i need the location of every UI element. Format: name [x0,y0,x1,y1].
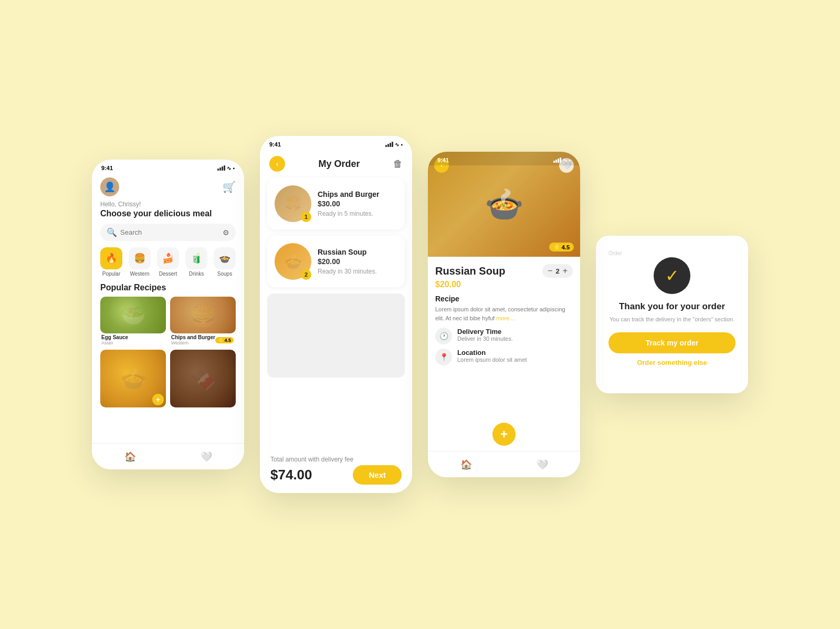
recipe-card-egg-sauce[interactable]: 🥗 Egg Sauce Asian [100,297,166,345]
cat-icon-soups: 🍲 [214,247,236,269]
add-btn-soup[interactable]: + [152,394,164,405]
location-sub: Lorem ipsum dolor sit amet [457,357,527,363]
location-title: Location [457,349,527,357]
order-img-soup: 🍲 2 [275,243,311,280]
order-item-soup[interactable]: 🍲 2 Russian Soup $20.00 Ready in 30 minu… [267,236,405,287]
section-title-popular: Popular Recipes [100,283,236,292]
recipe-description: Lorem ipsum dolor sit amet, consectetur … [435,305,573,322]
delivery-sub: Deliver in 30 minutes. [457,336,513,342]
order-name-soup: Russian Soup [318,248,397,256]
order-time-burger: Ready in 5 minutes. [318,210,397,217]
detail-title-row: Russian Soup − 2 + [435,264,573,278]
qty-plus[interactable]: + [563,266,568,276]
cat-label-soups: Soups [217,271,232,277]
order-else-button[interactable]: Order something else [637,359,707,366]
nav-heart-icon[interactable]: 🤍 [201,451,212,463]
greeting: Hello, Chrissy! [100,201,236,208]
search-bar[interactable]: 🔍 ⚙ [100,224,236,241]
cat-label-dessert: Dessert [159,271,177,277]
cat-label-drinks: Drinks [189,271,204,277]
cat-soups[interactable]: 🍲 Soups [214,247,236,277]
order-num-1: 1 [301,212,311,222]
recipe-img-salad: 🥗 [100,297,166,333]
nav-home-icon[interactable]: 🏠 [124,451,136,463]
detail-price: $20.00 [435,280,573,289]
qty-control[interactable]: − 2 + [542,264,573,278]
screen-home: 9:41 ∿ ▪ 👤 🛒 Hello, Chrissy! Choose your… [92,160,244,469]
qty-value: 2 [555,267,559,275]
order-info-burger: Chips and Burger $30.00 Ready in 5 minut… [318,190,397,217]
track-order-button[interactable]: Track my order [608,332,736,353]
cat-popular[interactable]: 🔥 Popular [100,247,122,277]
order-price-soup: $20.00 [318,257,397,266]
status-bar-1: 9:41 ∿ ▪ [92,160,244,173]
order-empty-area [267,293,405,378]
cat-dessert[interactable]: 🍰 Dessert [157,247,179,277]
tagline: Choose your delicious meal [100,209,236,218]
recipe-card-soup[interactable]: 🍲 + [100,350,166,407]
categories: 🔥 Popular 🍔 Western 🍰 Dessert 🧃 Drinks 🍲 [100,247,236,277]
home-header: 👤 🛒 [100,177,236,196]
thanks-title: Thank you for your order [619,301,725,312]
cart-icon[interactable]: 🛒 [223,181,236,193]
order-item-burger[interactable]: 🍔 1 Chips and Burger $30.00 Ready in 5 m… [267,178,405,229]
soup-hero-image: 🍲 ‹ 🤍 ⭐ 4.5 9:41 ∿ ▪ [428,152,580,257]
time-1: 9:41 [101,165,113,171]
cat-drinks[interactable]: 🧃 Drinks [185,247,207,277]
screen-my-order: 9:41 ∿ ▪ ‹ My Order 🗑 🍔 1 Chips and Burg… [260,136,412,493]
cat-western[interactable]: 🍔 Western [129,247,151,277]
order-num-2: 2 [301,269,311,280]
next-button[interactable]: Next [353,465,402,485]
time-3: 9:41 [437,157,449,163]
order-header: ‹ My Order 🗑 [260,150,412,178]
search-input[interactable] [120,228,219,236]
nav-home-icon-3[interactable]: 🏠 [460,459,472,470]
cat-icon-drinks: 🧃 [185,247,207,269]
recipe-img-dessert: 🍫 [170,350,236,407]
order-label: Order [608,250,622,256]
delivery-title: Delivery Time [457,328,513,336]
rating-badge-detail: ⭐ 4.5 [549,243,574,251]
recipe-name-0: Egg Sauce [100,334,166,340]
order-time-soup: Ready in 30 minutes. [318,268,397,275]
clock-icon: 🕐 [435,328,452,344]
delivery-time-row: 🕐 Delivery Time Deliver in 30 minutes. [435,328,573,344]
recipe-img-burger: 🍔 [170,297,236,333]
bottom-nav-3: 🏠 🤍 [428,451,580,477]
total-label: Total amount with delivery fee [270,456,402,463]
order-info-soup: Russian Soup $20.00 Ready in 30 minutes. [318,248,397,275]
recipe-card-burger[interactable]: 🍔 ⭐ 4.5 Chips and Burger Western [170,297,236,345]
thanks-subtitle: You can track the delivery in the "order… [610,315,735,324]
check-circle: ✓ [654,257,690,294]
check-icon: ✓ [665,266,679,286]
qty-minus[interactable]: − [548,266,552,276]
order-bottom: Total amount with delivery fee $74.00 Ne… [260,447,412,493]
status-bar-3: 9:41 ∿ ▪ [428,152,580,165]
search-icon: 🔍 [107,227,117,237]
status-icons-2: ∿ ▪ [385,141,403,148]
order-img-burger: 🍔 1 [275,185,311,222]
bottom-nav-1: 🏠 🤍 [92,443,244,469]
screen-soup-detail: 🍲 ‹ 🤍 ⭐ 4.5 9:41 ∿ ▪ Russian Soup − 2 + [428,152,580,477]
recipes-grid: 🥗 Egg Sauce Asian 🍔 ⭐ 4.5 Chips and Burg… [100,297,236,407]
recipe-sub-0: Asian [100,340,166,345]
filter-icon[interactable]: ⚙ [223,228,229,237]
location-row: 📍 Location Lorem ipsum dolor sit amet [435,349,573,365]
avatar[interactable]: 👤 [100,177,119,196]
order-price-burger: $30.00 [318,200,397,208]
rating-badge-burger: ⭐ 4.5 [215,337,234,343]
detail-content: Russian Soup − 2 + $20.00 Recipe Lorem i… [428,257,580,377]
more-link[interactable]: more.... [496,315,516,321]
order-name-burger: Chips and Burger [318,190,397,198]
recipe-card-dessert[interactable]: 🍫 [170,350,236,407]
add-to-cart-button[interactable]: + [492,423,516,446]
screen-thank-you: Order ✓ Thank you for your order You can… [596,236,748,393]
cat-icon-western: 🍔 [129,247,151,269]
nav-heart-icon-3[interactable]: 🤍 [537,459,548,470]
back-button-order[interactable]: ‹ [269,156,285,172]
location-icon: 📍 [435,349,452,365]
trash-icon[interactable]: 🗑 [393,159,403,170]
time-2: 9:41 [269,141,281,148]
total-amount: $74.00 [270,467,312,483]
recipe-section-title: Recipe [435,295,573,303]
